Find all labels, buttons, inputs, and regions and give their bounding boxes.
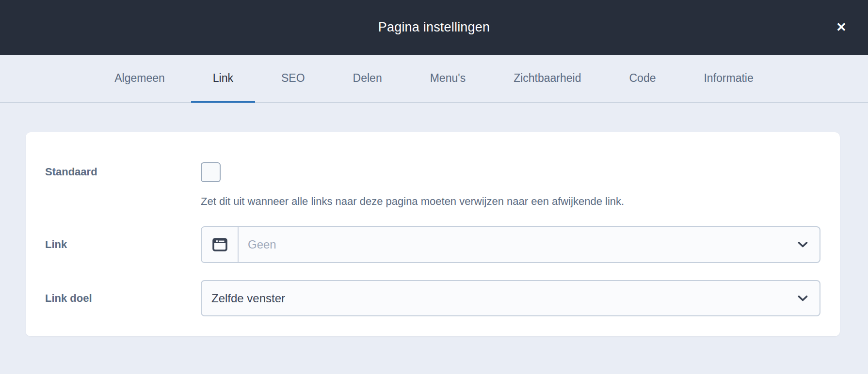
tab-seo[interactable]: SEO [259,55,327,102]
tab-zichtbaarheid[interactable]: Zichtbaarheid [492,55,603,102]
tab-label: Menu's [430,72,466,85]
tab-delen[interactable]: Delen [331,55,404,102]
standaard-row: Standaard Zet dit uit wanneer alle links… [45,162,821,208]
browser-window-icon [212,238,227,251]
close-button[interactable]: ✕ [827,14,855,42]
page-title: Pagina instellingen [378,20,490,35]
modal-header: Pagina instellingen ✕ [0,0,868,55]
link-doel-value: Zelfde venster [211,292,285,305]
close-icon: ✕ [836,20,847,35]
tab-link[interactable]: Link [191,55,255,102]
link-doel-select[interactable]: Zelfde venster [201,280,820,316]
tab-informatie[interactable]: Informatie [682,55,775,102]
link-type-button[interactable] [202,227,239,262]
modal-body: Standaard Zet dit uit wanneer alle links… [0,132,868,374]
tab-code[interactable]: Code [608,55,678,102]
link-label: Link [45,239,201,250]
tab-menus[interactable]: Menu's [408,55,487,102]
tab-label: Algemeen [114,72,165,85]
standaard-help-text: Zet dit uit wanneer alle links naar deze… [201,195,624,208]
tab-bar: Algemeen Link SEO Delen Menu's Zichtbaar… [0,55,868,103]
tab-label: Zichtbaarheid [514,72,581,85]
link-doel-label: Link doel [45,293,201,304]
settings-card: Standaard Zet dit uit wanneer alle links… [26,132,840,336]
link-input[interactable] [239,227,820,262]
link-row: Link [45,226,821,263]
tab-label: Delen [353,72,382,85]
tab-algemeen[interactable]: Algemeen [93,55,187,102]
link-doel-row: Link doel Zelfde venster [45,280,821,316]
tab-label: SEO [281,72,305,85]
standaard-label: Standaard [45,162,201,178]
chevron-down-icon [798,242,808,248]
tab-label: Informatie [704,72,753,85]
standaard-checkbox[interactable] [201,162,221,182]
tab-label: Code [629,72,656,85]
link-picker [201,226,820,263]
chevron-down-icon [798,295,808,301]
tab-label: Link [213,72,233,85]
